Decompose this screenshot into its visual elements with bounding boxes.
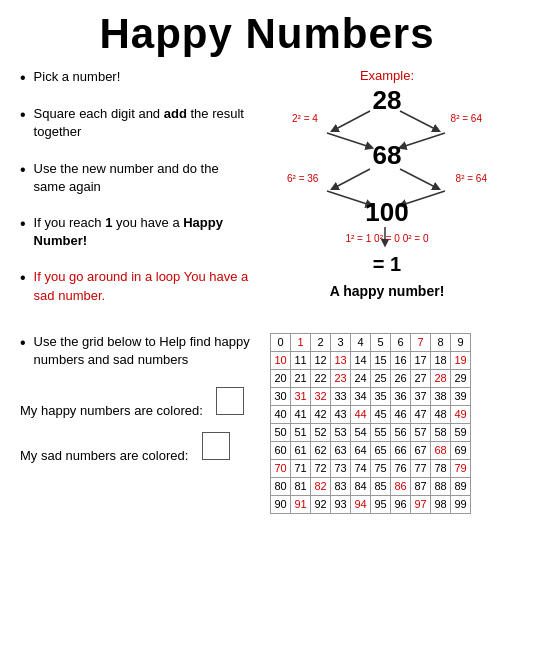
grid-cell: 49 xyxy=(451,405,471,423)
page-title: Happy Numbers xyxy=(20,10,514,58)
grid-cell: 5 xyxy=(371,333,391,351)
svg-line-2 xyxy=(327,133,370,147)
grid-cell: 12 xyxy=(311,351,331,369)
grid-cell: 4 xyxy=(351,333,371,351)
svg-line-3 xyxy=(402,133,445,147)
grid-cell: 80 xyxy=(271,477,291,495)
example-label: Example: xyxy=(260,68,514,83)
grid-cell: 34 xyxy=(351,387,371,405)
happy-color-box[interactable] xyxy=(216,387,244,415)
grid-cell: 76 xyxy=(391,459,411,477)
diagram-anno-2sq: 2² = 4 xyxy=(292,113,318,124)
grid-cell: 55 xyxy=(371,423,391,441)
sad-color-row: My sad numbers are colored: xyxy=(20,428,250,463)
grid-cell: 10 xyxy=(271,351,291,369)
grid-cell: 73 xyxy=(331,459,351,477)
svg-line-1 xyxy=(400,111,437,130)
grid-cell: 43 xyxy=(331,405,351,423)
diagram-num-68: 68 xyxy=(373,140,402,171)
instructions-list: Pick a number! Square each digit and add… xyxy=(20,68,250,305)
diagram-equals-1: = 1 xyxy=(373,253,401,276)
grid-cell: 84 xyxy=(351,477,371,495)
grid-cell: 22 xyxy=(311,369,331,387)
grid-cell: 59 xyxy=(451,423,471,441)
grid-cell: 20 xyxy=(271,369,291,387)
grid-cell: 87 xyxy=(411,477,431,495)
sad-color-box[interactable] xyxy=(202,432,230,460)
grid-cell: 11 xyxy=(291,351,311,369)
grid-cell: 27 xyxy=(411,369,431,387)
grid-cell: 81 xyxy=(291,477,311,495)
grid-cell: 45 xyxy=(371,405,391,423)
grid-cell: 8 xyxy=(431,333,451,351)
grid-cell: 21 xyxy=(291,369,311,387)
grid-cell: 69 xyxy=(451,441,471,459)
grid-cell: 66 xyxy=(391,441,411,459)
grid-cell: 38 xyxy=(431,387,451,405)
grid-cell: 19 xyxy=(451,351,471,369)
grid-cell: 68 xyxy=(431,441,451,459)
diagram: 28 2² = 4 8² = 64 68 6² = 36 8² = 64 100… xyxy=(282,85,492,315)
grid-cell: 30 xyxy=(271,387,291,405)
grid-cell: 67 xyxy=(411,441,431,459)
grid-cell: 40 xyxy=(271,405,291,423)
grid-cell: 25 xyxy=(371,369,391,387)
grid-cell: 39 xyxy=(451,387,471,405)
svg-line-4 xyxy=(334,169,370,188)
grid-cell: 29 xyxy=(451,369,471,387)
grid-cell: 85 xyxy=(371,477,391,495)
grid-cell: 58 xyxy=(431,423,451,441)
diagram-anno-8sq: 8² = 64 xyxy=(451,113,482,124)
grid-cell: 77 xyxy=(411,459,431,477)
diagram-anno-bottom: 1² = 1 0² = 0 0² = 0 xyxy=(345,233,428,244)
grid-cell: 79 xyxy=(451,459,471,477)
diagram-anno-6sq: 6² = 36 xyxy=(287,173,318,184)
grid-cell: 71 xyxy=(291,459,311,477)
diagram-num-100: 100 xyxy=(365,197,408,228)
grid-cell: 89 xyxy=(451,477,471,495)
grid-cell: 7 xyxy=(411,333,431,351)
grid-cell: 95 xyxy=(371,495,391,513)
grid-cell: 26 xyxy=(391,369,411,387)
diagram-happy-label: A happy number! xyxy=(330,283,445,299)
grid-cell: 1 xyxy=(291,333,311,351)
grid-cell: 78 xyxy=(431,459,451,477)
grid-cell: 32 xyxy=(311,387,331,405)
grid-cell: 88 xyxy=(431,477,451,495)
grid-cell: 15 xyxy=(371,351,391,369)
svg-line-6 xyxy=(327,191,370,205)
svg-line-0 xyxy=(334,111,370,130)
grid-cell: 31 xyxy=(291,387,311,405)
grid-cell: 93 xyxy=(331,495,351,513)
grid-cell: 64 xyxy=(351,441,371,459)
grid-cell: 90 xyxy=(271,495,291,513)
happy-color-label: My happy numbers are colored: xyxy=(20,403,203,418)
grid-cell: 48 xyxy=(431,405,451,423)
grid-bullet: Use the grid below to Help find happy nu… xyxy=(20,333,250,369)
grid-cell: 56 xyxy=(391,423,411,441)
grid-cell: 18 xyxy=(431,351,451,369)
grid-cell: 6 xyxy=(391,333,411,351)
grid-cell: 51 xyxy=(291,423,311,441)
grid-cell: 13 xyxy=(331,351,351,369)
grid-cell: 47 xyxy=(411,405,431,423)
grid-cell: 75 xyxy=(371,459,391,477)
grid-cell: 50 xyxy=(271,423,291,441)
sad-color-label: My sad numbers are colored: xyxy=(20,448,188,463)
grid-cell: 41 xyxy=(291,405,311,423)
svg-line-5 xyxy=(400,169,437,188)
grid-cell: 0 xyxy=(271,333,291,351)
bullet-reach1: If you reach 1 you have a Happy Number! xyxy=(20,214,250,250)
grid-cell: 54 xyxy=(351,423,371,441)
grid-cell: 96 xyxy=(391,495,411,513)
grid-cell: 16 xyxy=(391,351,411,369)
grid-cell: 14 xyxy=(351,351,371,369)
grid-cell: 28 xyxy=(431,369,451,387)
grid-cell: 99 xyxy=(451,495,471,513)
grid-cell: 92 xyxy=(311,495,331,513)
number-grid: 0123456789101112131415161718192021222324… xyxy=(270,333,471,514)
grid-cell: 2 xyxy=(311,333,331,351)
grid-cell: 37 xyxy=(411,387,431,405)
diagram-num-28: 28 xyxy=(373,85,402,116)
grid-cell: 52 xyxy=(311,423,331,441)
